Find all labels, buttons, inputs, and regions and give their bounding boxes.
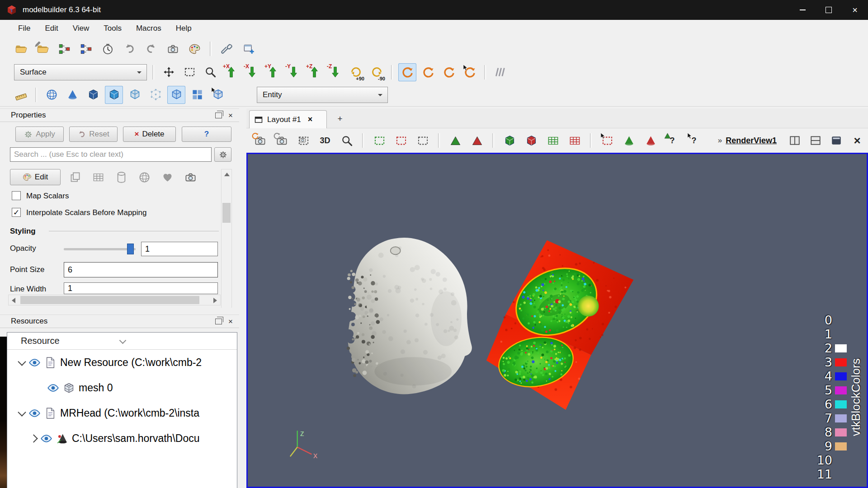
properties-horizontal-scrollbar[interactable] — [8, 295, 221, 305]
select-points-through-button[interactable] — [468, 131, 486, 150]
tree-row[interactable]: New Resource (C:\work\cmb-2 — [7, 350, 237, 375]
render-viewport[interactable]: z x 01234567891011 vtkBlockColors — [246, 153, 868, 488]
favorite-representation-button[interactable] — [158, 169, 176, 185]
zoom-to-data-button[interactable] — [338, 131, 356, 150]
select-frustum-cells-button[interactable] — [544, 131, 562, 150]
minimize-button[interactable] — [789, 0, 816, 20]
edit-representation-button[interactable]: Edit — [10, 169, 61, 185]
color-palette-button[interactable] — [185, 40, 203, 58]
apply-button[interactable]: Apply — [15, 127, 64, 142]
save-screenshot-button[interactable] — [294, 131, 312, 150]
menu-edit[interactable]: Edit — [38, 20, 65, 37]
representation-edges-button[interactable] — [167, 86, 185, 104]
camera-link-button[interactable] — [164, 40, 182, 58]
select-entity-button[interactable] — [209, 86, 227, 104]
horizontal-splitter[interactable] — [0, 308, 239, 314]
hover-points-button[interactable] — [642, 131, 660, 150]
search-input[interactable] — [10, 147, 212, 162]
cylinder-representation-button[interactable] — [112, 169, 130, 185]
reset-camera-button[interactable] — [251, 131, 269, 150]
timer-button[interactable] — [99, 40, 117, 58]
zoom-box-button[interactable] — [201, 63, 219, 81]
menu-tools[interactable]: Tools — [96, 20, 129, 37]
view-plus-x-button[interactable]: +X — [222, 63, 240, 81]
interactive-select-cells-button[interactable] — [598, 131, 616, 150]
view-plus-y-button[interactable]: +Y — [264, 63, 282, 81]
query-cells-button[interactable]: ? — [663, 131, 681, 150]
close-view-button[interactable]: × — [848, 131, 866, 150]
delete-button[interactable]: × Delete — [123, 127, 176, 142]
view-plus-z-button[interactable]: +Z — [305, 63, 323, 81]
help-button[interactable]: ? — [182, 127, 231, 142]
split-vertical-button[interactable] — [807, 131, 825, 150]
chevron-right-icon[interactable] — [29, 434, 38, 442]
tree-row[interactable]: MRHead (C:\work\cmb-2\insta — [7, 400, 237, 426]
view-minus-z-button[interactable]: -Z — [326, 63, 344, 81]
search-options-button[interactable] — [214, 147, 231, 162]
visibility-eye-icon[interactable] — [28, 407, 41, 419]
interpolate-checkbox[interactable]: ✓ — [12, 208, 21, 217]
visibility-eye-icon[interactable] — [40, 432, 52, 445]
point-size-input[interactable] — [64, 262, 218, 277]
copy-representation-button[interactable] — [66, 169, 84, 185]
close-button[interactable]: × — [842, 0, 868, 20]
select-frustum-points-button[interactable] — [566, 131, 584, 150]
resource-tree-header[interactable]: Resource — [7, 333, 237, 350]
scrollbar-thumb[interactable] — [222, 203, 231, 223]
scroll-right-icon[interactable] — [213, 298, 217, 303]
scroll-up-icon[interactable] — [224, 173, 230, 176]
representation-combobox[interactable]: Surface — [14, 64, 147, 80]
snapshot-representation-button[interactable] — [181, 169, 199, 185]
reset-button[interactable]: Reset — [69, 127, 118, 142]
rotate-plus-90-button[interactable]: +90 — [347, 63, 365, 81]
tab-layout-1[interactable]: Layout #1 × — [249, 110, 327, 128]
vertical-splitter[interactable] — [239, 108, 246, 488]
visibility-eye-icon[interactable] — [47, 382, 59, 394]
sphere-representation-button[interactable] — [135, 169, 153, 185]
interaction-select-button[interactable] — [461, 63, 479, 81]
map-scalars-checkbox[interactable] — [12, 191, 21, 200]
hover-cells-button[interactable] — [620, 131, 638, 150]
show-glyph-button[interactable] — [63, 86, 81, 104]
visibility-eye-icon[interactable] — [28, 357, 41, 369]
scroll-left-icon[interactable] — [12, 298, 15, 303]
interaction-mode-button[interactable] — [491, 63, 509, 81]
maximize-view-button[interactable] — [827, 131, 845, 150]
glyph-dots-button[interactable] — [188, 86, 206, 104]
open-edit-button[interactable] — [33, 40, 52, 58]
interaction-2d-button[interactable] — [419, 63, 437, 81]
menu-help[interactable]: Help — [169, 20, 199, 37]
pipeline-filter-button[interactable] — [77, 40, 95, 58]
solid-cube-button[interactable] — [84, 86, 102, 104]
entity-combobox[interactable]: Entity — [257, 87, 388, 103]
float-panel-icon[interactable] — [215, 113, 222, 118]
zoom-closest-button[interactable] — [180, 63, 198, 81]
toggle-2d-3d-button[interactable]: 3D — [316, 131, 334, 150]
select-block-button[interactable] — [500, 131, 519, 150]
opacity-slider-handle[interactable] — [127, 244, 134, 254]
rotate-minus-90-button[interactable]: -90 — [368, 63, 386, 81]
select-block-points-button[interactable] — [522, 131, 540, 150]
select-cells-on-button[interactable] — [370, 131, 388, 150]
show-sphere-grid-button[interactable] — [42, 86, 61, 104]
representation-surface-button[interactable] — [105, 86, 123, 104]
add-view-button[interactable] — [240, 40, 258, 58]
capture-view-button[interactable] — [273, 131, 291, 150]
open-file-button[interactable] — [12, 40, 30, 58]
close-tab-icon[interactable]: × — [308, 115, 313, 124]
tools-wrench-button[interactable] — [218, 40, 236, 58]
split-horizontal-button[interactable] — [786, 131, 804, 150]
select-cells-through-button[interactable] — [446, 131, 464, 150]
interaction-3d-button[interactable] — [398, 63, 416, 81]
scrollbar-thumb[interactable] — [20, 296, 199, 304]
view-minus-y-button[interactable]: -Y — [284, 63, 302, 81]
render-view-label[interactable]: RenderView1 — [726, 136, 777, 145]
undo-button[interactable] — [120, 40, 138, 58]
toolbar-overflow-icon[interactable]: » — [718, 136, 722, 145]
interaction-pan-button[interactable] — [440, 63, 458, 81]
representation-points-button[interactable] — [146, 86, 165, 104]
chevron-down-icon[interactable] — [18, 357, 26, 366]
query-points-button[interactable]: ? — [685, 131, 703, 150]
tree-row[interactable]: mesh 0 — [7, 375, 237, 400]
add-tab-button[interactable]: + — [333, 112, 347, 126]
